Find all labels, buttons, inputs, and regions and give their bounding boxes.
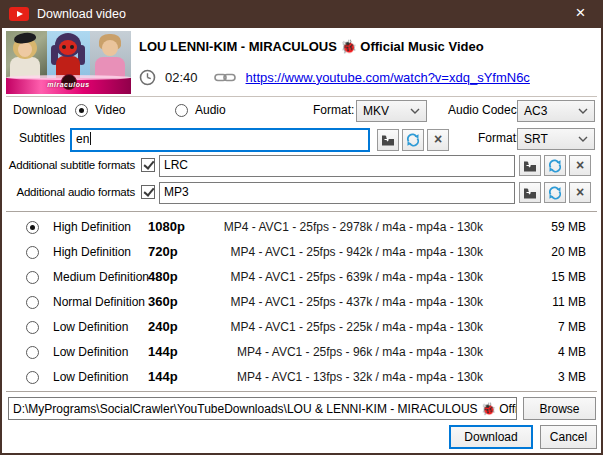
quality-row[interactable]: Low Definition 240p MP4 - AVC1 - 25fps -…: [2, 315, 601, 340]
audio-codec-label: Audio Codec: [448, 103, 517, 117]
additional-subtitle-clear-button[interactable]: ×: [569, 155, 591, 176]
additional-audio-input[interactable]: MP3: [159, 182, 515, 204]
subtitles-label: Subtitles: [4, 131, 65, 145]
subtitles-folder-button[interactable]: [377, 129, 399, 151]
quality-resolution: 720p: [148, 244, 178, 259]
quality-radio[interactable]: [26, 246, 39, 259]
quality-list: High Definition 1080p MP4 - AVC1 - 25fps…: [2, 215, 601, 390]
quality-size: 7 MB: [502, 320, 586, 334]
quality-resolution: 1080p: [148, 219, 185, 234]
quality-size: 4 MB: [502, 345, 586, 359]
open-folder-icon: [523, 160, 537, 172]
quality-codec-info: MP4 - AVC1 - 25fps - 437k / m4a - mp4a -…: [202, 295, 483, 309]
clear-icon: ×: [576, 185, 584, 199]
quality-codec-info: MP4 - AVC1 - 13fps - 32k / m4a - mp4a - …: [202, 370, 483, 384]
quality-codec-info: MP4 - AVC1 - 25fps - 96k / m4a - mp4a - …: [202, 345, 483, 359]
clock-icon: [139, 69, 156, 86]
clear-icon: ×: [576, 158, 584, 172]
window-title: Download video: [37, 7, 126, 21]
open-folder-icon: [381, 134, 395, 146]
output-path-input[interactable]: D:\MyPrograms\SocialCrawler\YouTubeDownl…: [8, 397, 517, 420]
thumbnail-left-panel: [6, 31, 47, 78]
additional-audio-label: Additional audio formats: [4, 186, 135, 198]
additional-subtitle-refresh-button[interactable]: [544, 155, 566, 176]
quality-definition: High Definition: [53, 245, 131, 259]
additional-subtitle-input[interactable]: LRC: [159, 155, 515, 177]
video-thumbnail: miraculous: [6, 31, 131, 94]
quality-radio[interactable]: [26, 296, 39, 309]
audio-codec-value: AC3: [518, 104, 578, 118]
download-video-dialog: Download video × miraculous LOU LENNI-KI…: [0, 0, 603, 455]
link-icon: [214, 72, 236, 83]
quality-size: 59 MB: [502, 220, 586, 234]
quality-resolution: 360p: [148, 294, 178, 309]
quality-radio[interactable]: [26, 221, 39, 234]
quality-row[interactable]: Medium Definition 480p MP4 - AVC1 - 25fp…: [2, 265, 601, 290]
quality-size: 20 MB: [502, 245, 586, 259]
audio-codec-select[interactable]: AC3: [517, 100, 595, 122]
subtitle-format-value: SRT: [518, 132, 578, 146]
quality-codec-info: MP4 - AVC1 - 25fps - 639k / m4a - mp4a -…: [202, 270, 483, 284]
quality-codec-info: MP4 - AVC1 - 25fps - 942k / m4a - mp4a -…: [202, 245, 483, 259]
text-caret: [90, 132, 91, 145]
format-value: MKV: [357, 104, 410, 118]
video-radio[interactable]: [75, 104, 88, 117]
chevron-down-icon: [578, 136, 588, 142]
video-meta: 02:40 https://www.youtube.com/watch?v=xd…: [139, 67, 530, 87]
refresh-icon: [548, 159, 562, 173]
video-radio-label[interactable]: Video: [95, 103, 125, 117]
subtitles-clear-button[interactable]: ×: [427, 129, 449, 151]
additional-audio-checkbox[interactable]: [141, 185, 155, 199]
additional-audio-folder-button[interactable]: [519, 182, 541, 203]
quality-codec-info: MP4 - AVC1 - 25fps - 2978k / m4a - mp4a …: [202, 220, 483, 234]
quality-row[interactable]: Normal Definition 360p MP4 - AVC1 - 25fp…: [2, 290, 601, 315]
quality-radio[interactable]: [26, 346, 39, 359]
quality-radio[interactable]: [26, 271, 39, 284]
browse-button[interactable]: Browse: [523, 397, 596, 420]
separator: [6, 96, 597, 97]
video-url-link[interactable]: https://www.youtube.com/watch?v=xdq_sYfm…: [246, 70, 530, 85]
download-label: Download: [13, 103, 66, 117]
refresh-icon: [406, 133, 420, 147]
close-icon[interactable]: ×: [558, 0, 603, 28]
quality-definition: High Definition: [53, 220, 131, 234]
separator: [6, 391, 597, 392]
subtitles-input[interactable]: en: [70, 128, 370, 152]
additional-audio-refresh-button[interactable]: [544, 182, 566, 203]
audio-radio[interactable]: [175, 104, 188, 117]
quality-radio[interactable]: [26, 371, 39, 384]
quality-definition: Low Definition: [53, 320, 128, 334]
subtitle-format-label: Format:: [478, 131, 519, 145]
subtitle-format-select[interactable]: SRT: [517, 128, 595, 150]
video-title: LOU LENNI-KIM - MIRACULOUS 🐞 Official Mu…: [139, 39, 484, 54]
quality-resolution: 144p: [148, 344, 178, 359]
quality-definition: Normal Definition: [53, 295, 145, 309]
cancel-button[interactable]: Cancel: [540, 425, 597, 449]
quality-row[interactable]: High Definition 1080p MP4 - AVC1 - 25fps…: [2, 215, 601, 240]
thumbnail-caption: miraculous: [6, 81, 131, 88]
quality-row[interactable]: Low Definition 144p MP4 - AVC1 - 25fps -…: [2, 340, 601, 365]
download-button[interactable]: Download: [449, 425, 533, 449]
quality-radio[interactable]: [26, 321, 39, 334]
chevron-down-icon: [410, 108, 420, 114]
subtitles-refresh-button[interactable]: [402, 129, 424, 151]
quality-resolution: 240p: [148, 319, 178, 334]
thumbnail-right-panel: [90, 31, 131, 78]
quality-size: 3 MB: [502, 370, 586, 384]
additional-subtitle-folder-button[interactable]: [519, 155, 541, 176]
open-folder-icon: [523, 187, 537, 199]
thumbnail-logo-band: miraculous: [6, 78, 131, 94]
titlebar[interactable]: Download video ×: [0, 0, 603, 28]
additional-subtitle-label: Additional subtitle formats: [4, 159, 135, 171]
additional-audio-clear-button[interactable]: ×: [569, 182, 591, 203]
additional-subtitle-checkbox[interactable]: [141, 158, 155, 172]
dialog-content: miraculous LOU LENNI-KIM - MIRACULOUS 🐞 …: [2, 28, 601, 453]
quality-resolution: 480p: [148, 269, 178, 284]
audio-radio-label[interactable]: Audio: [195, 103, 226, 117]
quality-definition: Low Definition: [53, 345, 128, 359]
quality-row[interactable]: Low Definition 144p MP4 - AVC1 - 13fps -…: [2, 365, 601, 390]
quality-row[interactable]: High Definition 720p MP4 - AVC1 - 25fps …: [2, 240, 601, 265]
format-select[interactable]: MKV: [356, 100, 427, 122]
quality-size: 11 MB: [502, 295, 586, 309]
video-duration: 02:40: [165, 70, 198, 85]
